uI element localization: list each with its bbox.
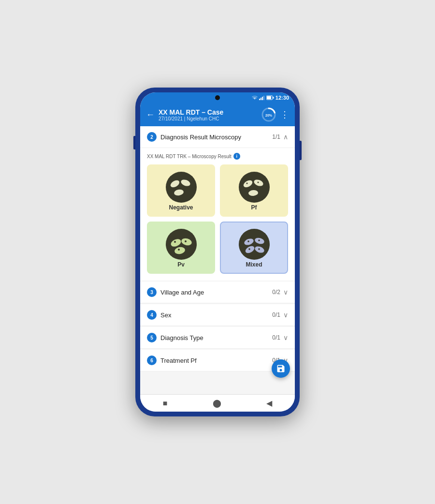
stop-button[interactable]: ■ [163,399,168,408]
section-4-chevron: ∨ [283,311,288,319]
svg-point-34 [248,248,250,250]
section-6-number: 6 [147,356,157,365]
svg-point-33 [258,239,260,241]
section-3-count: 0/2 [272,289,280,296]
negative-icon [164,170,198,204]
microscopy-label: XX MAL RDT TRK – Microscopy Result i [147,153,288,160]
svg-rect-2 [262,97,263,100]
more-button[interactable]: ⋮ [280,109,289,120]
save-fab[interactable] [272,359,290,378]
svg-point-20 [166,229,197,260]
content-area: 2 Diagnosis Result Microscopy 1/1 ∧ XX M… [140,126,295,394]
section-5-chevron: ∨ [283,334,288,341]
option-negative[interactable]: Negative [147,164,215,217]
section-5-count: 0/1 [272,334,280,341]
section-4-header[interactable]: 4 Sex 0/1 ∨ [140,304,295,326]
svg-point-14 [239,172,270,203]
mixed-icon [237,227,271,261]
camera-notch [215,95,220,100]
svg-point-27 [239,229,270,260]
phone-frame: 12:30 ← XX MAL RDT – Case 27/10/2021 | N… [135,88,300,416]
section-sex: 4 Sex 0/1 ∨ [140,304,295,326]
section-4-title: Sex [160,311,272,319]
option-mixed[interactable]: Mixed [220,222,288,274]
phone-screen: 12:30 ← XX MAL RDT – Case 27/10/2021 | N… [140,92,295,412]
negative-label: Negative [169,204,193,211]
status-icons: 12:30 [252,95,289,101]
svg-point-24 [174,241,176,243]
svg-point-19 [257,182,259,183]
power-button [300,141,302,160]
svg-point-10 [166,172,197,203]
section-3-chevron: ∨ [283,288,288,296]
svg-point-32 [247,240,249,242]
app-subtitle: 27/10/2021 | Ngelehun CHC [159,116,257,121]
time-display: 12:30 [276,95,289,101]
section-2-chevron: ∧ [283,133,288,141]
section-2-count: 1/1 [272,133,280,140]
back-nav-button[interactable]: ◀ [266,399,272,408]
info-icon: i [233,153,240,160]
section-3-number: 3 [147,287,157,297]
svg-point-25 [185,240,187,242]
section-4-count: 0/1 [272,311,280,318]
app-title: XX MAL RDT – Case [159,108,257,116]
signal-icon [259,95,265,100]
section-microscopy: 2 Diagnosis Result Microscopy 1/1 ∧ XX M… [140,126,295,281]
section-3-title: Village and Age [160,289,272,296]
back-button[interactable]: ← [146,110,155,120]
svg-rect-1 [261,98,261,100]
pv-icon [164,227,198,261]
save-icon [276,364,286,373]
section-5-number: 5 [147,333,157,342]
option-pf[interactable]: Pf [220,164,288,217]
section-village: 3 Village and Age 0/2 ∨ [140,282,295,303]
svg-rect-0 [259,99,260,100]
section-3-header[interactable]: 3 Village and Age 0/2 ∨ [140,282,295,303]
microscopy-content: XX MAL RDT TRK – Microscopy Result i [140,148,295,281]
progress-circle: 20% [261,107,276,122]
svg-rect-5 [273,97,274,99]
wifi-icon [252,95,258,100]
app-bar: ← XX MAL RDT – Case 27/10/2021 | Ngelehu… [140,103,295,126]
battery-icon [266,95,274,100]
svg-text:20%: 20% [265,114,273,117]
volume-button [133,136,135,149]
section-2-title: Diagnosis Result Microscopy [160,133,272,141]
section-6-title: Treatment Pf [160,357,272,364]
pf-label: Pf [251,204,257,211]
home-button[interactable]: ⬤ [213,399,221,408]
svg-rect-3 [263,96,264,100]
bottom-nav: ■ ⬤ ◀ [140,394,295,412]
section-4-number: 4 [147,310,157,320]
section-5-header[interactable]: 5 Diagnosis Type 0/1 ∨ [140,327,295,349]
mixed-label: Mixed [246,261,262,268]
svg-point-35 [258,248,260,250]
section-2-number: 2 [147,132,157,142]
svg-point-18 [246,183,247,184]
status-bar: 12:30 [140,92,295,103]
title-area: XX MAL RDT – Case 27/10/2021 | Ngelehun … [159,108,257,121]
section-5-title: Diagnosis Type [160,334,272,341]
pf-icon [237,170,271,204]
svg-rect-6 [267,96,271,99]
section-2-header[interactable]: 2 Diagnosis Result Microscopy 1/1 ∧ [140,126,295,148]
section-diagnosis-type: 5 Diagnosis Type 0/1 ∨ [140,327,295,349]
options-grid: Negative [147,164,288,274]
pv-label: Pv [177,261,185,268]
option-pv[interactable]: Pv [147,222,215,274]
svg-point-26 [178,249,180,251]
